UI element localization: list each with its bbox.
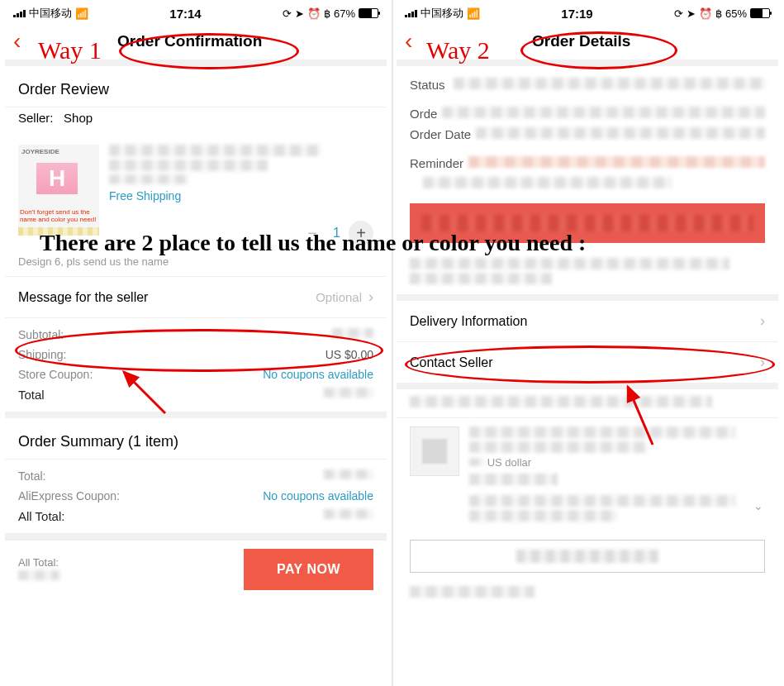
message-seller-row[interactable]: Message for the seller Optional › [5, 277, 387, 317]
qty-plus-button[interactable]: + [349, 221, 373, 245]
location-icon: ➤ [687, 7, 696, 20]
order-id-row: Orde [397, 103, 778, 124]
free-shipping-label: Free Shipping [109, 189, 373, 202]
alarm-icon: ⏰ [699, 7, 712, 20]
outline-button[interactable] [410, 540, 765, 573]
seller-row: Seller: Shop [5, 107, 387, 136]
blurred-text [410, 586, 535, 598]
chevron-right-icon: › [760, 354, 765, 371]
wifi-icon: 📶 [467, 7, 480, 20]
ae-coupon-row[interactable]: AliExpress Coupon: No coupons available [5, 486, 387, 506]
subtotal-row: Subtotal: [5, 325, 387, 345]
nav-header: ‹ Order Confirmation [5, 23, 387, 60]
alarm-icon: ⏰ [307, 7, 321, 20]
blurred-text [18, 570, 59, 580]
pay-now-button[interactable]: PAY NOW [244, 549, 373, 590]
shipping-row: Shipping: US $0.00 [5, 345, 387, 364]
all-total-row: All Total: [5, 506, 387, 526]
thumb-letter-icon: H [36, 163, 78, 194]
product-thumbnail[interactable]: JOYRESIDE H Don't forget send us the nam… [18, 145, 99, 236]
wifi-icon: 📶 [75, 7, 88, 20]
qty-minus-button[interactable]: − [300, 221, 325, 245]
orientation-lock-icon: ⟳ [283, 7, 292, 20]
summary-total-row: Total: [5, 466, 387, 486]
blurred-text [469, 426, 735, 438]
nav-header: ‹ Order Details [397, 23, 778, 60]
blurred-text [469, 495, 735, 507]
battery-icon [750, 8, 770, 18]
chevron-down-icon[interactable]: ⌄ [753, 499, 763, 512]
product-thumbnail[interactable] [410, 426, 459, 476]
total-row: Total [5, 384, 387, 405]
order-review-heading: Order Review [5, 66, 387, 107]
store-coupon-row[interactable]: Store Coupon: No coupons available [5, 364, 387, 384]
chevron-right-icon: › [368, 288, 373, 306]
seller-label: Seller: [18, 111, 54, 125]
blurred-text [469, 474, 558, 485]
bluetooth-icon: ฿ [324, 7, 330, 20]
contact-seller-row[interactable]: Contact Seller › [397, 342, 778, 383]
clock: 17:19 [561, 7, 592, 21]
blurred-text [469, 510, 617, 522]
blurred-text [469, 441, 647, 453]
chevron-right-icon: › [760, 312, 765, 330]
signal-icon [405, 9, 417, 17]
variant-note: Design 6, pls send us the name [5, 254, 387, 276]
page-title: Order Confirmation [1, 32, 378, 50]
status-row: Status [397, 74, 778, 95]
carrier-label: 中国移动 [29, 6, 72, 21]
blurred-text [410, 396, 712, 407]
delivery-info-row[interactable]: Delivery Information › [397, 301, 778, 341]
message-placeholder: Optional [316, 290, 362, 304]
qty-value: 1 [333, 226, 340, 241]
delivery-info-label: Delivery Information [410, 314, 527, 329]
status-bar: 中国移动 📶 17:19 ⟳ ➤ ⏰ ฿ 65% [397, 0, 778, 23]
battery-pct: 65% [725, 7, 747, 20]
paybar-all-total-label: All Total: [18, 556, 235, 569]
signal-icon [13, 9, 26, 17]
carrier-label: 中国移动 [421, 6, 463, 21]
clock: 17:14 [169, 7, 201, 21]
currency-label: US dollar [487, 456, 531, 469]
page-title: Order Details [392, 32, 770, 50]
order-summary-heading: Order Summary (1 item) [5, 418, 387, 459]
blurred-text [410, 258, 729, 269]
seller-name: Shop [64, 111, 93, 125]
contact-seller-label: Contact Seller [410, 355, 493, 370]
pay-bar: All Total: PAY NOW [5, 540, 387, 598]
order-date-row: Order Date [397, 124, 778, 145]
blurred-text [109, 160, 268, 171]
message-seller-label: Message for the seller [18, 290, 148, 305]
location-icon: ➤ [295, 7, 304, 20]
bluetooth-icon: ฿ [715, 7, 722, 20]
product-detail-row: US dollar ⌄ [397, 418, 778, 533]
blurred-text [109, 145, 321, 156]
battery-pct: 67% [334, 7, 355, 20]
battery-icon [359, 8, 378, 18]
phone-way2: 中国移动 📶 17:19 ⟳ ➤ ⏰ ฿ 65% ‹ Order Details… [397, 0, 778, 686]
phone-way1: 中国移动 📶 17:14 ⟳ ➤ ⏰ ฿ 67% ‹ Order Confirm… [5, 0, 387, 686]
thumb-message: Don't forget send us the name and color … [20, 209, 97, 224]
orientation-lock-icon: ⟳ [674, 7, 683, 20]
thumb-brand: JOYRESIDE [21, 148, 59, 155]
blurred-text [109, 174, 188, 184]
blurred-text [410, 273, 552, 284]
reminder-row: Reminder [397, 153, 778, 174]
status-bar: 中国移动 📶 17:14 ⟳ ➤ ⏰ ฿ 67% [5, 0, 387, 23]
highlight-bar [410, 203, 765, 243]
